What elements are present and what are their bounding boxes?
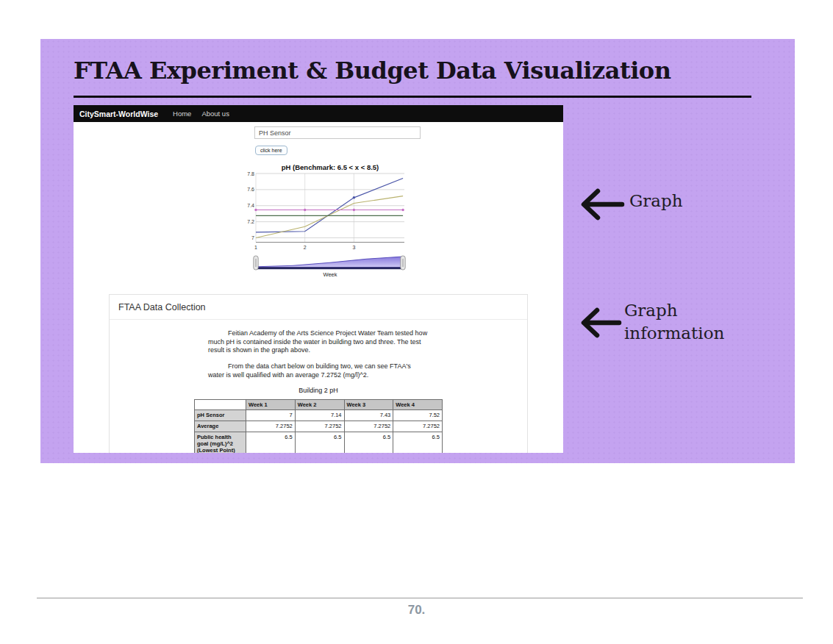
table-cell: 7.52 (393, 410, 443, 421)
left-arrow-icon (578, 187, 625, 221)
x-axis-label: Week (323, 271, 337, 278)
ph-line-chart: pH (Benchmark: 6.5 < x < 8.5)77.27.47.67… (246, 162, 415, 282)
nav-link-about[interactable]: About us (201, 110, 229, 118)
website-screenshot: CitySmart-WorldWise Home About us click … (74, 105, 563, 453)
table-header-cell: Week 1 (246, 400, 296, 410)
table-cell: 7.14 (295, 410, 344, 421)
table-header-cell: Week 2 (295, 400, 344, 410)
card-heading: FTAA Data Collection (110, 295, 527, 320)
table-cell: 6.5 (393, 432, 443, 453)
annotation-line: Graph (624, 299, 724, 322)
range-slider-handle[interactable] (254, 256, 258, 270)
range-slider-baseline (256, 267, 403, 269)
y-tick-label: 7 (251, 235, 254, 240)
y-tick-label: 7.6 (247, 187, 254, 192)
x-tick-label: 2 (304, 245, 307, 250)
table-row: Public health goal (mg/L)^2 (Lowest Poin… (195, 432, 443, 453)
table-cell: 7.2752 (295, 421, 344, 432)
x-tick-label: 3 (352, 245, 355, 250)
table-caption: Building 2 pH (110, 387, 527, 394)
table-cell: 7.43 (344, 410, 393, 421)
page-number: 70. (0, 603, 833, 618)
presentation-slide: FTAA Experiment & Budget Data Visualizat… (40, 39, 795, 463)
table-header-row: Week 1 Week 2 Week 3 Week 4 (195, 400, 443, 410)
graph-info-annotation-label: Graph information (624, 299, 724, 345)
site-brand[interactable]: CitySmart-WorldWise (79, 110, 158, 118)
y-tick-label: 7.4 (247, 203, 254, 208)
y-tick-label: 7.8 (247, 171, 254, 176)
table-cell: 6.5 (295, 432, 344, 453)
page-title: FTAA Experiment & Budget Data Visualizat… (74, 57, 779, 85)
card-paragraphs: Feitian Academy of the Arts Science Proj… (208, 329, 429, 379)
table-row: pH Sensor 7 7.14 7.43 7.52 (195, 410, 443, 421)
chart-range-slider[interactable] (254, 256, 405, 270)
table-cell: 6.5 (246, 432, 296, 453)
site-navbar: CitySmart-WorldWise Home About us (74, 105, 563, 122)
paragraph: Feitian Academy of the Arts Science Proj… (208, 329, 429, 355)
table-cell: 7.2752 (344, 421, 393, 432)
page: FTAA Experiment & Budget Data Visualizat… (0, 0, 833, 644)
series-marker (304, 209, 306, 211)
range-slider-area (256, 257, 403, 268)
ph-chart-svg: pH (Benchmark: 6.5 < x < 8.5)77.27.47.67… (246, 162, 415, 282)
footer-divider (37, 598, 803, 598)
paragraph: From the data chart below on building tw… (208, 362, 429, 379)
table-cell: 7.2752 (393, 421, 443, 432)
series-marker (353, 196, 355, 198)
nav-link-home[interactable]: Home (173, 110, 191, 118)
sensor-select-input[interactable] (254, 126, 421, 139)
range-slider-handle[interactable] (401, 256, 405, 270)
table-cell: 6.5 (344, 432, 393, 453)
table-row-label: Average (195, 421, 246, 432)
table-corner-cell (195, 400, 246, 410)
chart-title: pH (Benchmark: 6.5 < x < 8.5) (282, 163, 379, 171)
annotation-line: information (624, 322, 724, 345)
table-row: Average 7.2752 7.2752 7.2752 7.2752 (195, 421, 443, 432)
series-marker (254, 209, 257, 211)
y-tick-label: 7.2 (247, 219, 254, 224)
x-tick-label: 1 (254, 245, 257, 250)
table-row-label: pH Sensor (195, 410, 246, 421)
click-here-button[interactable]: click here (255, 146, 287, 155)
series-marker (401, 209, 404, 211)
building2-ph-table: Week 1 Week 2 Week 3 Week 4 pH Sensor 7 … (194, 399, 443, 453)
table-cell: 7 (246, 410, 296, 421)
table-cell: 7.2752 (246, 421, 296, 432)
graph-annotation-label: Graph (629, 190, 683, 212)
left-arrow-icon (578, 306, 625, 340)
table-header-cell: Week 4 (393, 400, 443, 410)
series-line-building-3-ph (256, 179, 403, 232)
card-body: Feitian Academy of the Arts Science Proj… (110, 320, 527, 453)
table-header-cell: Week 3 (344, 400, 393, 410)
title-underline (74, 96, 751, 98)
data-collection-card: FTAA Data Collection Feitian Academy of … (109, 294, 528, 453)
table-row-label: Public health goal (mg/L)^2 (Lowest Poin… (195, 432, 246, 453)
series-marker (353, 209, 355, 211)
